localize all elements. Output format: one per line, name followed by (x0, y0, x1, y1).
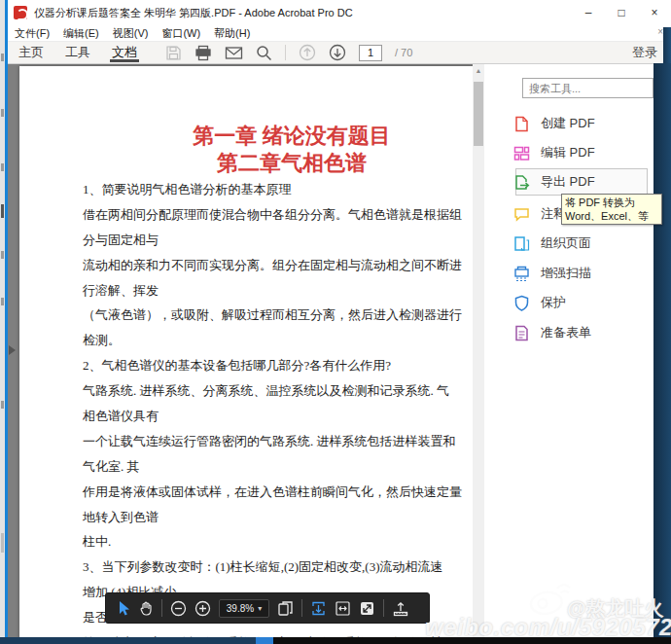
body-line: 作用是将液体或固体试样，在进入色谱柱前瞬间气化，然后快速定量 (83, 480, 458, 505)
background-window-strip-right (653, 63, 671, 637)
taskbar-segment (0, 637, 256, 644)
tool-item-create-pdf[interactable]: 创建 PDF (513, 110, 652, 137)
taskbar-highlight (256, 637, 273, 644)
measure-tool-icon[interactable] (392, 600, 409, 617)
save-icon[interactable] (165, 45, 182, 61)
page-total: / 70 (395, 47, 412, 58)
body-line: 气化室. 其 (83, 454, 458, 480)
scrolling-mode-icon[interactable] (310, 600, 327, 617)
body-line: 地转入到色谱 (83, 505, 458, 530)
menu-bar: 文件(F) 编辑(E) 视图(V) 窗口(W) 帮助(H) × (8, 25, 671, 42)
page-number-input[interactable]: 1 (359, 45, 382, 61)
toolbar-divider (285, 45, 286, 60)
tool-label: 增强扫描 (541, 265, 591, 282)
sign-in-link[interactable]: 登录 (632, 44, 657, 61)
comment-icon (513, 206, 530, 223)
maximize-button[interactable]: □ (605, 0, 638, 25)
email-icon[interactable] (225, 46, 243, 60)
tool-item-prepare-form[interactable]: 准备表单 (513, 319, 652, 346)
tool-item-edit-pdf[interactable]: 编辑 PDF (513, 139, 652, 166)
tool-label: 创建 PDF (541, 115, 595, 132)
tab-tools[interactable]: 工具 (54, 42, 101, 63)
main-toolbar: 主页 工具 文档 (8, 42, 671, 64)
zoom-in-icon[interactable] (194, 600, 211, 617)
menu-file[interactable]: 文件(F) (8, 26, 56, 41)
create-pdf-icon (513, 116, 530, 132)
scrollbar-thumb[interactable] (474, 82, 483, 146)
print-icon[interactable] (194, 45, 212, 61)
zoom-level-dropdown[interactable]: 39.8% ▾ (219, 599, 269, 618)
background-window-sliver (663, 27, 671, 63)
tool-label: 保护 (541, 294, 566, 311)
pdf-chapter-titles: 第一章 绪论没有题目 第二章气相色谱 (88, 123, 496, 177)
chapter-title-1: 第一章 绪论没有题目 (88, 123, 496, 150)
export-pdf-icon (513, 174, 530, 191)
pdf-body-text: 1、简要说明气相色谱分析的基本原理 借在两相间分配原理而使混合物中各组分分离。气… (83, 177, 458, 644)
window-border-left (5, 0, 8, 637)
edit-pdf-icon (513, 145, 530, 161)
window-controls: – □ × (572, 0, 671, 25)
body-line: 流动相的亲和力不同而实现分离。组分在固定相与流动相之间不断进 (83, 253, 458, 278)
minimize-button[interactable]: – (572, 0, 605, 25)
taskbar-segment (273, 637, 671, 644)
taskbar-edge (0, 637, 671, 644)
toolbar-divider (301, 599, 302, 617)
title-bar: 仪器分析课后题答案全 朱明华 第四版.PDF - Adobe Acrobat P… (8, 0, 671, 25)
body-line: 分与固定相与 (83, 228, 458, 253)
tool-label: 组织页面 (541, 234, 591, 252)
left-pane-expand-icon[interactable] (9, 345, 16, 355)
hand-tool-icon[interactable] (138, 600, 154, 617)
menu-view[interactable]: 视图(V) (106, 26, 156, 41)
body-line: （气液色谱），或吸附、解吸过程而相互分离，然后进入检测器进行 (83, 303, 458, 328)
tool-label: 导出 PDF (541, 173, 595, 191)
floating-page-toolbar: 39.8% ▾ (105, 592, 430, 624)
tab-document[interactable]: 文档 (101, 42, 148, 63)
menu-window[interactable]: 窗口(W) (155, 26, 207, 41)
body-line: 行溶解、挥发 (83, 278, 458, 304)
search-icon[interactable] (256, 45, 272, 61)
tool-item-export-pdf[interactable]: 导出 PDF (513, 168, 652, 196)
prepare-form-icon (513, 325, 530, 341)
tab-home[interactable]: 主页 (8, 42, 54, 63)
body-line: 借在两相间分配原理而使混合物中各组分分离。气相色谱就是根据组 (83, 202, 458, 228)
vertical-scrollbar[interactable]: ▲ (473, 64, 484, 637)
scroll-up-icon[interactable]: ▲ (473, 67, 484, 74)
tool-item-organize-pages[interactable]: 组织页面 (513, 230, 652, 257)
previous-page-icon[interactable] (299, 44, 316, 61)
acrobat-app-icon (14, 6, 27, 19)
search-tools-input[interactable] (522, 78, 653, 98)
page-display-icon[interactable] (277, 600, 294, 617)
organize-pages-icon (513, 235, 530, 252)
screen: 仪器分析课后题答案全 朱明华 第四版.PDF - Adobe Acrobat P… (0, 0, 671, 644)
menu-edit[interactable]: 编辑(E) (56, 26, 106, 41)
zoom-level-value: 39.8% (227, 603, 254, 614)
protect-shield-icon (513, 295, 530, 311)
window-title: 仪器分析课后题答案全 朱明华 第四版.PDF - Adobe Acrobat P… (34, 6, 353, 20)
body-line: 柱中. (83, 529, 458, 555)
body-line: 1、简要说明气相色谱分析的基本原理 (83, 177, 458, 202)
body-line: 气路系统. 进样系统、分离系统、温控系统以及检测和记录系统. 气 (83, 378, 458, 404)
chevron-down-icon: ▾ (258, 604, 262, 613)
body-line: 3、当下列参数改变时：(1)柱长缩短,(2)固定相改变,(3)流动相流速 (83, 555, 458, 580)
chapter-title-2: 第二章气相色谱 (88, 150, 496, 177)
next-page-icon[interactable] (329, 44, 346, 61)
tools-panel: 创建 PDF 编辑 PDF 导出 PDF (484, 64, 653, 637)
zoom-out-icon[interactable] (170, 600, 187, 617)
enhance-scans-icon (513, 266, 530, 282)
fit-page-icon[interactable] (335, 600, 351, 617)
menu-help[interactable]: 帮助(H) (207, 26, 257, 41)
select-tool-icon[interactable] (116, 600, 130, 617)
close-button[interactable]: × (638, 0, 671, 25)
body-line: 检测。 (83, 328, 458, 353)
tool-item-enhance-scans[interactable]: 增强扫描 (513, 260, 652, 287)
body-line: 相色谱仪具有 (83, 404, 458, 429)
tool-label: 编辑 PDF (541, 144, 595, 161)
toolbar-divider (383, 599, 384, 617)
body-line: 2、气相色谱仪的基本设备包括哪几部分?各有什么作用? (83, 353, 458, 378)
export-pdf-tooltip: 将 PDF 转换为 Word、Excel、等 (561, 194, 662, 225)
tool-item-protect[interactable]: 保护 (513, 289, 652, 316)
toolbar-divider (161, 599, 162, 617)
fullscreen-icon[interactable] (359, 600, 375, 617)
body-line: 一个让载气连续运行管路密闭的气路系统. 进样系统包括进样装置和 (83, 429, 458, 454)
tool-label: 准备表单 (541, 324, 591, 341)
